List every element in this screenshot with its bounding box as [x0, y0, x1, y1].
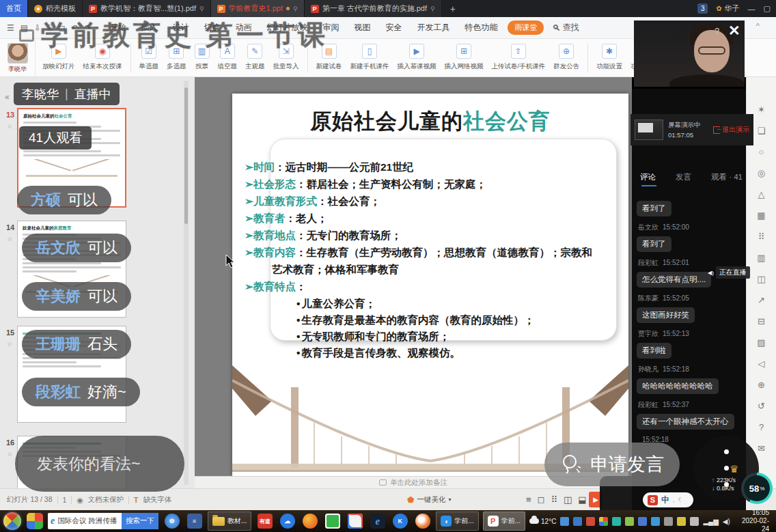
- pyramid-icon[interactable]: △: [756, 188, 768, 200]
- new-tab-button[interactable]: +: [442, 0, 464, 17]
- panel-collapse-icon[interactable]: «: [5, 92, 10, 102]
- comment-input[interactable]: 发表你的看法~: [15, 436, 184, 492]
- youdao-icon[interactable]: 有道: [255, 512, 274, 531]
- normal-view-icon[interactable]: ◻: [538, 494, 545, 505]
- close-icon[interactable]: ✕: [728, 23, 740, 39]
- share-icon[interactable]: ↗: [756, 294, 768, 306]
- chart-icon[interactable]: ▥: [756, 251, 768, 264]
- ie-globe-icon[interactable]: 🌐︎: [163, 512, 181, 531]
- ribbon-button-mooc[interactable]: ▶插入慕课视频: [393, 39, 441, 76]
- ribbon-button-single[interactable]: ☑单选题: [135, 39, 163, 76]
- ribbon-button-import[interactable]: ⇲批量导入: [269, 39, 303, 76]
- play-side-icon[interactable]: ◁: [756, 357, 768, 369]
- document-tab[interactable]: P教学机智：教育智...慧(1).pdf⚲: [83, 0, 211, 17]
- exit-presentation-button[interactable]: 退出演示: [713, 125, 749, 135]
- export-icon[interactable]: ⇩: [34, 23, 41, 33]
- weather-widget[interactable]: 12°C: [529, 518, 556, 525]
- notification-badge[interactable]: 3: [697, 3, 708, 14]
- document-tab[interactable]: P学前教育史1.ppt⚲: [211, 0, 305, 17]
- rain-classroom-pill[interactable]: 雨课堂: [508, 20, 544, 35]
- menu-item-特色功能[interactable]: 特色功能: [457, 17, 505, 39]
- handout-view-icon[interactable]: ⬓: [578, 494, 586, 505]
- ribbon-button-play[interactable]: ▶放映幻灯片: [38, 39, 79, 76]
- pinwheel-app-icon[interactable]: [25, 512, 44, 531]
- one-click-beautify-button[interactable]: ⬟ 一键美化 ▾: [407, 495, 451, 505]
- find-button[interactable]: 🔍︎ 查找: [552, 22, 579, 33]
- reading-view-icon[interactable]: ◫: [564, 494, 572, 505]
- tray-icon-8[interactable]: [651, 517, 660, 526]
- input-method-bar[interactable]: S 中 ,☾: [643, 492, 693, 507]
- layout-icon[interactable]: ◫: [756, 272, 768, 285]
- folder-window-button[interactable]: 教材...: [208, 512, 251, 531]
- volume-icon[interactable]: ◀): [723, 518, 730, 525]
- apply-to-speak-button[interactable]: 申请发言: [544, 443, 680, 486]
- preview-icon[interactable]: ◻: [58, 23, 65, 33]
- table-icon[interactable]: ▦: [756, 209, 768, 221]
- protect-status[interactable]: 文档未保护: [88, 495, 124, 505]
- chat-tab-观看 · 41[interactable]: 观看 · 41: [711, 172, 743, 186]
- menu-item-视图[interactable]: 视图: [346, 17, 378, 39]
- ribbon-button-stop[interactable]: ◉结束本次授课: [79, 39, 126, 76]
- taskbar-clock[interactable]: 16:05 2020-02-24: [734, 509, 773, 532]
- search-submit-button[interactable]: 搜索一下: [122, 513, 158, 529]
- document-app-icon[interactable]: ≡: [185, 512, 204, 531]
- tray-icon-4[interactable]: [599, 517, 608, 526]
- tray-icon-1[interactable]: [560, 517, 569, 526]
- menu-item-切换[interactable]: 切换: [196, 17, 227, 39]
- save-icon[interactable]: ▤: [20, 23, 28, 33]
- ribbon-button-subjective[interactable]: ✎主观题: [241, 39, 269, 76]
- menu-item-开始[interactable]: 开始: [102, 17, 133, 39]
- menu-item-动画[interactable]: 动画: [227, 17, 259, 39]
- menu-item-审阅[interactable]: 审阅: [315, 17, 346, 39]
- qq-browser-icon[interactable]: ☁: [278, 512, 296, 531]
- account-button[interactable]: ✿ 华子: [716, 3, 739, 14]
- ribbon-button-upload[interactable]: ⇧上传试卷/手机课件: [488, 39, 550, 76]
- ribbon-button-paper[interactable]: ▤新建试卷: [312, 39, 346, 76]
- help-icon[interactable]: ?: [715, 26, 719, 36]
- menu-item-安全[interactable]: 安全: [378, 17, 409, 39]
- ribbon-button-phone[interactable]: ▯新建手机课件: [346, 39, 393, 76]
- signal-icon[interactable]: ▂▄▆: [703, 518, 718, 525]
- minus-box-icon[interactable]: ⊟: [756, 315, 768, 327]
- minimize-button[interactable]: —: [748, 5, 756, 13]
- help-side-icon[interactable]: ?: [756, 421, 768, 433]
- shape-icon[interactable]: ○: [756, 145, 768, 158]
- image-icon[interactable]: ▨: [756, 336, 768, 348]
- tray-icon-6[interactable]: [625, 517, 634, 526]
- qq-window-button[interactable]: ◖ 学前...: [436, 512, 478, 531]
- hamburger-menu-icon[interactable]: ☰: [7, 23, 14, 33]
- ribbon-button-announce[interactable]: ⊕群发公告: [549, 39, 583, 76]
- firefox-icon[interactable]: [301, 512, 319, 531]
- ribbon-button-settings[interactable]: ✱功能设置: [592, 39, 626, 76]
- battery-percent-widget[interactable]: 58%: [741, 473, 773, 504]
- notes-view-icon[interactable]: ≡: [526, 494, 531, 505]
- star-icon[interactable]: ✶: [756, 103, 768, 115]
- slide-13[interactable]: 原始社会儿童的社会公育 ➢时间：远古时期——公元前21世纪➢社会形态：群居社会；…: [232, 94, 628, 476]
- ribbon-button-vote[interactable]: ▥投票: [191, 39, 214, 76]
- document-tab[interactable]: ●稻壳模板: [28, 0, 83, 17]
- grid-icon[interactable]: ⠿: [756, 230, 768, 242]
- maximize-button[interactable]: ▢: [764, 4, 771, 13]
- thumbnail-scrollbar[interactable]: [184, 81, 189, 485]
- record-icon[interactable]: ◎: [756, 167, 768, 179]
- tray-icon-9[interactable]: [664, 517, 673, 526]
- tray-icon-2[interactable]: [573, 517, 582, 526]
- chat-tab-评论[interactable]: 评论: [640, 172, 656, 186]
- add-circle-icon[interactable]: ⊕: [756, 378, 768, 391]
- tray-icon-3[interactable]: [586, 517, 595, 526]
- copy-icon[interactable]: ❏: [756, 124, 768, 137]
- ribbon-collapse-chevron[interactable]: ^: [756, 22, 760, 30]
- start-button[interactable]: [3, 512, 21, 531]
- tray-icon-5[interactable]: [612, 517, 621, 526]
- redo-icon[interactable]: ↷: [84, 23, 91, 33]
- wps-window-button[interactable]: P 学前...: [483, 512, 525, 531]
- menu-item-设计[interactable]: 设计: [165, 17, 196, 39]
- ribbon-button-webvideo[interactable]: ⊞插入网络视频: [441, 39, 488, 76]
- taskbar-search-box[interactable]: e 国际会议 跨洲传播 搜索一下: [48, 513, 158, 529]
- internet-explorer-icon[interactable]: e: [368, 512, 387, 531]
- teacher-profile[interactable]: 李晓华: [0, 39, 36, 76]
- undo-icon[interactable]: ↶: [71, 23, 78, 33]
- tray-icon-10[interactable]: [677, 517, 686, 526]
- print-icon[interactable]: ⌸: [47, 23, 52, 33]
- chat-tab-发言[interactable]: 发言: [676, 172, 691, 186]
